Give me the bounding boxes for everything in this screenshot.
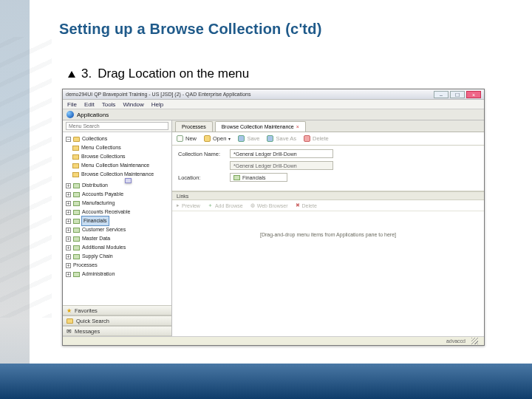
collection-name-label: Collection Name: [178,151,230,157]
tree-label: Additional Modules [82,243,126,252]
tree-label: Customer Services [82,225,126,234]
expander-icon[interactable]: + [66,228,71,233]
slide-title: Setting up a Browse Collection (c'td) [59,21,322,38]
location-field[interactable]: Financials [230,173,287,182]
menu-edit[interactable]: Edit [84,101,95,108]
menu-search-input[interactable] [66,122,168,130]
maximize-button[interactable]: ☐ [450,91,465,98]
tree-module[interactable]: +Additional Modules [66,243,170,252]
save-as-button[interactable]: Save As [267,135,296,142]
save-as-label: Save As [276,135,296,142]
close-button[interactable]: × [466,91,481,98]
web-browser-button[interactable]: ◍ Web Browser [250,202,288,208]
tabstrip: Processes Browse Collection Maintenance … [172,120,484,132]
tree-module[interactable]: +Processes [66,261,170,270]
add-browse-button[interactable]: ＋ Add Browse [208,202,243,209]
menu-window[interactable]: Window [123,101,143,108]
save-label: Save [247,135,259,142]
tree-label: Accounts Payable [82,190,123,199]
applications-label: Applications [77,112,109,118]
tree-module-financials[interactable]: +Financials [66,216,170,225]
module-icon [73,192,80,197]
links-drop-area[interactable]: [Drag-and-drop menu items from Applicati… [172,211,484,336]
expander-icon[interactable]: + [66,263,71,268]
bullet-number: 3. [81,66,92,81]
applications-bar: Applications [63,109,484,120]
new-icon [177,135,183,142]
tree-module[interactable]: +Accounts Receivable [66,208,170,216]
collection-name-field[interactable]: *General Ledger Drill-Down [230,149,333,158]
tree-module[interactable]: +Administration [66,270,170,279]
expander-icon[interactable]: + [66,201,71,206]
applications-icon [66,111,74,118]
nav-tree: − Collections Menu Collections Browse Co… [63,132,171,305]
module-icon [73,219,80,224]
menu-help[interactable]: Help [151,101,163,108]
module-icon [233,175,240,180]
tree-item[interactable]: Browse Collections [72,152,170,161]
tab-label: Browse Collection Maintenance [222,124,294,129]
statusbar: advaccd [63,336,484,345]
delete-button[interactable]: Delete [304,135,329,142]
menubar: File Edit Tools Window Help [63,100,484,109]
collection-form: Collection Name: *General Ledger Drill-D… [172,146,484,191]
close-tab-icon[interactable]: × [296,124,299,129]
location-label: Location: [178,174,230,181]
tree-label: Processes [73,261,98,270]
delete-icon [304,135,310,142]
tree-item[interactable]: Browse Collection Maintenance [72,170,170,179]
expander-icon[interactable]: + [66,236,71,242]
tab-browse-collection-maintenance[interactable]: Browse Collection Maintenance × [215,121,306,132]
favorites-label: Favorites [75,307,98,314]
menu-search [63,120,171,132]
tree-label-highlighted: Financials [82,216,109,225]
quick-search-header[interactable]: Quick Search [63,316,171,326]
minimize-button[interactable]: – [434,91,449,98]
expander-icon[interactable]: + [66,272,71,277]
tab-processes[interactable]: Processes [175,121,213,132]
folder-icon [66,318,73,324]
module-icon [73,254,80,259]
tree-module[interactable]: +Supply Chain [66,252,170,261]
tree-module[interactable]: +Accounts Payable [66,190,170,199]
menu-tools[interactable]: Tools [102,101,116,108]
resize-grip-icon[interactable] [471,338,478,344]
slide-accent-lines [0,37,52,318]
tab-label: Processes [182,124,206,129]
bullet-text: Drag Location on the menu [98,66,249,81]
favorites-header[interactable]: ★ Favorites [63,305,171,316]
envelope-icon: ✉ [66,328,72,335]
slide-bullet: 3. Drag Location on the menu [68,66,249,81]
expander-icon[interactable]: + [66,183,71,188]
tree-label: Supply Chain [82,252,113,261]
tree-module[interactable]: +Distribution [66,181,170,190]
tree-label: Browse Collections [81,152,126,161]
expander-icon[interactable]: − [66,137,71,142]
menu-file[interactable]: File [67,101,77,108]
preview-label: Preview [182,203,200,208]
expander-icon[interactable]: + [66,210,71,215]
tree-module[interactable]: +Customer Services [66,225,170,234]
sidebar: − Collections Menu Collections Browse Co… [63,120,172,336]
messages-label: Messages [75,328,100,335]
tree-module[interactable]: +Master Data [66,234,170,243]
links-delete-button[interactable]: ✖ Delete [296,202,317,208]
links-header: Links [172,191,484,200]
tree-module[interactable]: +Manufacturing [66,199,170,208]
expander-icon[interactable]: + [66,219,71,224]
expander-icon[interactable]: + [66,254,71,259]
module-icon [73,272,80,277]
tree-item[interactable]: Menu Collections [72,143,170,152]
dropdown-icon: ▾ [228,136,231,141]
open-button[interactable]: Open▾ [204,135,231,142]
save-button[interactable]: Save [238,135,259,142]
messages-header[interactable]: ✉ Messages [63,326,171,336]
expander-icon[interactable]: + [66,192,71,197]
tree-root[interactable]: − Collections [66,134,170,143]
save-as-icon [267,135,273,142]
save-icon [238,135,245,142]
expander-icon[interactable]: + [66,245,71,250]
preview-button[interactable]: ▸ Preview [177,202,200,208]
new-button[interactable]: New [177,135,197,142]
tree-item[interactable]: Menu Collection Maintenance [72,161,170,170]
